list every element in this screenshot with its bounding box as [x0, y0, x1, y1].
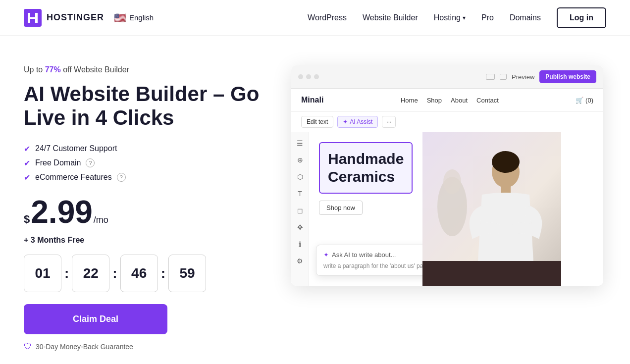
svg-point-6: [443, 169, 461, 194]
guarantee-label: 30-Day Money-Back Guarantee: [36, 343, 133, 351]
nav-wordpress[interactable]: WordPress: [308, 13, 347, 22]
cart-icon: 🛒 (0): [576, 97, 593, 104]
price-period: /mo: [94, 215, 108, 225]
ai-assist-button[interactable]: ✦ AI Assist: [337, 116, 378, 128]
countdown-sep-2: :: [109, 265, 120, 281]
more-options-button[interactable]: ···: [382, 116, 396, 128]
price-block: $ 2.99 /mo: [24, 196, 262, 228]
browser-mockup: Preview Publish website Minali Home Shop…: [291, 65, 603, 286]
sparkle-icon: ✦: [343, 118, 348, 125]
header: HOSTINGER 🇺🇸 English WordPress Website B…: [0, 0, 630, 36]
logo[interactable]: HOSTINGER: [24, 9, 104, 27]
builder-sidebar: ☰ ⊕ ⬡ T ◻ ✥ ℹ ⚙: [291, 132, 309, 286]
ceramics-hero-image: [422, 132, 561, 286]
header-left: HOSTINGER 🇺🇸 English: [24, 9, 154, 27]
feature-ecommerce-text: eCommerce Features: [35, 173, 112, 182]
countdown-seconds: 46: [120, 255, 158, 292]
price-line: $ 2.99 /mo: [24, 196, 262, 228]
check-icon-ecommerce: ✔: [24, 173, 30, 182]
site-nav-about: About: [451, 97, 468, 104]
site-body: ☰ ⊕ ⬡ T ◻ ✥ ℹ ⚙ Han: [291, 132, 603, 286]
promo-prefix: Up to: [24, 65, 45, 74]
countdown-sep-1: :: [61, 265, 72, 281]
logo-text: HOSTINGER: [47, 12, 104, 23]
sidebar-info-icon[interactable]: ℹ: [293, 237, 307, 251]
desktop-view-icon: [486, 74, 495, 80]
sidebar-plus-icon[interactable]: ⊕: [293, 153, 307, 167]
site-nav-home: Home: [401, 97, 418, 104]
site-nav-shop: Shop: [427, 97, 442, 104]
site-right-image: [422, 132, 561, 286]
browser-view-icons: Preview Publish website: [486, 70, 596, 83]
nav-pro[interactable]: Pro: [481, 13, 494, 22]
price-dollar: $: [24, 213, 30, 226]
browser-dot-3: [314, 74, 319, 79]
person-illustration: [422, 132, 561, 286]
sidebar-grid-icon[interactable]: ☰: [293, 136, 307, 150]
site-nav-links: Home Shop About Contact: [401, 97, 499, 104]
shield-icon: 🛡: [24, 342, 32, 351]
check-icon-domain: ✔: [24, 158, 30, 168]
nav-website-builder[interactable]: Website Builder: [363, 13, 418, 22]
check-icon-support: ✔: [24, 144, 30, 154]
sidebar-settings-icon[interactable]: ⚙: [293, 254, 307, 268]
promo-tag: Up to 77% off Website Builder: [24, 65, 262, 74]
ai-prompt-text: write a paragraph for the 'about us' pag…: [323, 262, 437, 269]
flag-icon: 🇺🇸: [114, 12, 126, 24]
site-brand: Minali: [301, 96, 323, 104]
claim-deal-button[interactable]: Claim Deal: [24, 304, 167, 334]
hero-title: AI Website Builder – Go Live in 4 Clicks: [24, 82, 262, 130]
nav-hosting[interactable]: Hosting ▾: [434, 13, 466, 22]
mobile-view-icon: [500, 74, 507, 80]
browser-dots: [298, 74, 319, 79]
svg-point-4: [492, 151, 520, 173]
language-selector[interactable]: 🇺🇸 English: [114, 12, 154, 24]
feature-ecommerce: ✔ eCommerce Features ?: [24, 173, 262, 182]
sidebar-move-icon[interactable]: ✥: [293, 220, 307, 234]
feature-support-text: 24/7 Customer Support: [35, 144, 117, 153]
features-list: ✔ 24/7 Customer Support ✔ Free Domain ? …: [24, 144, 262, 182]
countdown-milliseconds: 59: [168, 255, 206, 292]
site-nav-contact: Contact: [476, 97, 499, 104]
right-column: Preview Publish website Minali Home Shop…: [291, 65, 606, 286]
publish-button[interactable]: Publish website: [539, 70, 596, 83]
info-icon-domain[interactable]: ?: [86, 158, 95, 167]
shop-now-button[interactable]: Shop now: [319, 201, 363, 215]
left-column: Up to 77% off Website Builder AI Website…: [24, 65, 262, 351]
nav-domains[interactable]: Domains: [510, 13, 541, 22]
builder-toolbar: Edit text ✦ AI Assist ···: [291, 112, 603, 132]
site-main-area: Handmade Ceramics Shop now ✦ Ask AI t: [309, 132, 561, 286]
browser-dot-2: [306, 74, 311, 79]
preview-label[interactable]: Preview: [512, 73, 534, 81]
countdown-timer: 01 : 22 : 46 : 59: [24, 255, 262, 292]
language-label: English: [129, 13, 154, 22]
info-icon-ecommerce[interactable]: ?: [117, 173, 126, 182]
promo-percent: 77%: [45, 65, 61, 74]
main-content: Up to 77% off Website Builder AI Website…: [0, 36, 630, 364]
site-nav: Minali Home Shop About Contact 🛒 (0): [291, 89, 603, 112]
countdown-minutes: 22: [72, 255, 109, 292]
svg-rect-7: [422, 261, 561, 286]
browser-bar: Preview Publish website: [291, 65, 603, 89]
sidebar-image-icon[interactable]: ⬡: [293, 170, 307, 184]
guarantee-text: 🛡 30-Day Money-Back Guarantee: [24, 342, 262, 351]
free-months: + 3 Months Free: [24, 236, 262, 245]
sidebar-text-icon[interactable]: T: [293, 187, 307, 201]
hero-text-box[interactable]: Handmade Ceramics: [319, 142, 413, 194]
hostinger-logo-icon: [24, 9, 42, 27]
ai-sparkle-icon: ✦: [323, 251, 329, 259]
ai-prompt-title: Ask AI to write about...: [332, 251, 396, 259]
site-content: Minali Home Shop About Contact 🛒 (0) Edi…: [291, 89, 603, 286]
hero-ceramics-text: Handmade Ceramics: [328, 150, 404, 186]
chevron-down-icon: ▾: [463, 14, 466, 21]
browser-dot-1: [298, 74, 303, 79]
site-left-content: Handmade Ceramics Shop now ✦ Ask AI t: [309, 132, 422, 286]
countdown-hours: 01: [24, 255, 61, 292]
login-button[interactable]: Log in: [557, 7, 606, 28]
countdown-sep-3: :: [158, 265, 168, 281]
ai-prompt-header: ✦ Ask AI to write about...: [323, 251, 437, 259]
edit-text-button[interactable]: Edit text: [301, 116, 333, 128]
feature-support: ✔ 24/7 Customer Support: [24, 144, 262, 154]
sidebar-shape-icon[interactable]: ◻: [293, 204, 307, 217]
feature-domain-text: Free Domain: [35, 158, 81, 167]
